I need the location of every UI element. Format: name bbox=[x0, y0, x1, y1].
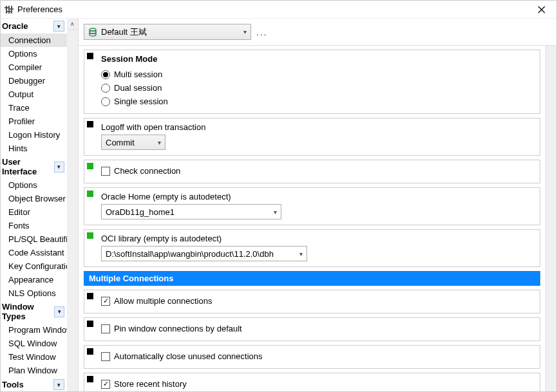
nav-category-label: Window Types bbox=[2, 302, 54, 321]
auto-close-group: Automatically close unused connections bbox=[84, 345, 540, 369]
collapse-button[interactable]: ▾ bbox=[53, 21, 64, 32]
nav-item-nls-options[interactable]: NLS Options bbox=[1, 286, 67, 300]
oci-library-combo[interactable]: D:\softInstall\app\wangbin\product\11.2.… bbox=[101, 246, 307, 261]
nav-category-label: Oracle bbox=[2, 21, 28, 31]
nav-item-test-window[interactable]: Test Window bbox=[1, 350, 67, 364]
svg-rect-4 bbox=[7, 11, 11, 12]
svg-rect-3 bbox=[5, 7, 8, 8]
check-connection-checkbox[interactable] bbox=[101, 167, 110, 176]
nav-category-window-types[interactable]: Window Types▾ bbox=[1, 300, 67, 323]
svg-rect-5 bbox=[10, 8, 14, 10]
group-marker bbox=[87, 321, 93, 327]
nav-item-editor[interactable]: Editor bbox=[1, 205, 67, 219]
group-marker bbox=[87, 121, 93, 127]
group-marker bbox=[87, 53, 93, 59]
chevron-down-icon: ▾ bbox=[158, 139, 161, 146]
nav-item-appearance[interactable]: Appearance bbox=[1, 273, 67, 286]
group-marker bbox=[87, 348, 93, 355]
nav-item-fonts[interactable]: Fonts bbox=[1, 219, 67, 232]
allow-multiple-checkbox[interactable] bbox=[101, 297, 110, 306]
session-mode-option-label: Dual session bbox=[114, 83, 162, 93]
more-button[interactable]: ... bbox=[256, 27, 268, 37]
collapse-button[interactable]: ▾ bbox=[53, 379, 64, 390]
session-mode-group: Session Mode Multi sessionDual sessionSi… bbox=[84, 50, 540, 114]
oracle-home-value: OraDb11g_home1 bbox=[106, 207, 175, 217]
nav-category-oracle[interactable]: Oracle▾ bbox=[1, 19, 67, 33]
preference-set-label: Default 王斌 bbox=[101, 26, 147, 38]
nav-item-profiler[interactable]: Profiler bbox=[1, 115, 67, 128]
svg-rect-0 bbox=[6, 6, 7, 14]
oci-library-value: D:\softInstall\app\wangbin\product\11.2.… bbox=[106, 249, 274, 259]
session-mode-option-label: Multi session bbox=[114, 70, 162, 79]
collapse-button[interactable]: ▾ bbox=[54, 162, 64, 173]
nav-scrollbar[interactable]: ∧ bbox=[67, 19, 78, 391]
oracle-home-label: Oracle Home (empty is autodetect) bbox=[101, 192, 534, 201]
nav-category-label: Tools bbox=[2, 380, 24, 389]
nav-item-object-browser[interactable]: Object Browser bbox=[1, 192, 67, 205]
nav-item-connection[interactable]: Connection bbox=[1, 33, 67, 47]
pin-window-label: Pin window connections by default bbox=[114, 324, 242, 333]
nav-item-output[interactable]: Output bbox=[1, 88, 67, 101]
nav-item-plan-window[interactable]: Plan Window bbox=[1, 364, 67, 377]
allow-multiple-label: Allow multiple connections bbox=[114, 296, 212, 306]
database-icon bbox=[88, 28, 97, 37]
oracle-home-combo[interactable]: OraDb11g_home1 ▾ bbox=[101, 204, 281, 219]
nav-item-options[interactable]: Options bbox=[1, 47, 67, 61]
session-mode-radio-dual-session[interactable] bbox=[101, 84, 110, 93]
group-marker bbox=[87, 376, 93, 382]
logoff-value: Commit bbox=[106, 138, 135, 147]
nav-item-sql-window[interactable]: SQL Window bbox=[1, 337, 67, 350]
oci-library-label: OCI library (empty is autodetect) bbox=[101, 234, 534, 243]
scroll-up-button[interactable]: ∧ bbox=[67, 19, 78, 30]
multiple-connections-header: Multiple Connections bbox=[84, 271, 540, 286]
session-mode-radio-multi-session[interactable] bbox=[101, 70, 110, 79]
pref-toolbar: Default 王斌 ▾ ... bbox=[79, 19, 556, 46]
content-area: Session Mode Multi sessionDual sessionSi… bbox=[79, 46, 545, 392]
logoff-label: Logoff with open transaction bbox=[101, 122, 534, 132]
session-mode-option-label: Single session bbox=[114, 97, 168, 106]
store-history-group: Store recent history Store with password bbox=[84, 373, 540, 392]
group-marker bbox=[87, 191, 93, 197]
group-marker bbox=[87, 163, 93, 169]
nav-item-hints[interactable]: Hints bbox=[1, 142, 67, 155]
auto-close-label: Automatically close unused connections bbox=[114, 351, 263, 361]
store-recent-checkbox[interactable] bbox=[101, 380, 110, 389]
session-mode-title: Session Mode bbox=[101, 54, 534, 64]
nav-item-key-configuration[interactable]: Key Configuration bbox=[1, 259, 67, 273]
window-title: Preferences bbox=[17, 5, 62, 14]
nav-item-compiler[interactable]: Compiler bbox=[1, 61, 67, 74]
logoff-combo[interactable]: Commit ▾ bbox=[101, 135, 165, 150]
chevron-down-icon: ▾ bbox=[274, 209, 277, 216]
nav-item-code-assistant[interactable]: Code Assistant bbox=[1, 246, 67, 259]
content-scrollbar[interactable] bbox=[545, 46, 556, 391]
collapse-button[interactable]: ▾ bbox=[54, 306, 64, 317]
nav-item-debugger[interactable]: Debugger bbox=[1, 74, 67, 88]
oracle-home-group: Oracle Home (empty is autodetect) OraDb1… bbox=[84, 187, 540, 225]
preferences-icon bbox=[5, 5, 14, 14]
nav-panel: Oracle▾ConnectionOptionsCompilerDebugger… bbox=[1, 19, 79, 391]
close-button[interactable] bbox=[531, 1, 552, 18]
auto-close-checkbox[interactable] bbox=[101, 352, 110, 361]
check-connection-label: Check connection bbox=[114, 166, 180, 176]
svg-rect-1 bbox=[8, 6, 10, 14]
session-mode-radio-single-session[interactable] bbox=[101, 97, 110, 106]
nav-category-tools[interactable]: Tools▾ bbox=[1, 377, 67, 391]
titlebar: Preferences bbox=[1, 1, 556, 19]
chevron-down-icon: ▾ bbox=[243, 28, 247, 35]
check-connection-group: Check connection bbox=[84, 160, 540, 183]
chevron-down-icon: ▾ bbox=[299, 250, 303, 257]
nav-item-logon-history[interactable]: Logon History bbox=[1, 128, 67, 142]
logoff-group: Logoff with open transaction Commit ▾ bbox=[84, 118, 540, 156]
nav-category-user-interface[interactable]: User Interface▾ bbox=[1, 155, 67, 178]
nav-category-label: User Interface bbox=[2, 157, 54, 176]
group-marker bbox=[87, 232, 93, 239]
store-recent-label: Store recent history bbox=[114, 379, 187, 389]
preference-set-dropdown[interactable]: Default 王斌 ▾ bbox=[84, 24, 251, 40]
nav-item-trace[interactable]: Trace bbox=[1, 101, 67, 115]
pin-window-checkbox[interactable] bbox=[101, 324, 110, 333]
svg-point-10 bbox=[90, 31, 96, 33]
nav-item-pl-sql-beautifier[interactable]: PL/SQL Beautifier bbox=[1, 232, 67, 246]
nav-item-options[interactable]: Options bbox=[1, 178, 67, 192]
nav-item-program-window[interactable]: Program Window bbox=[1, 323, 67, 337]
oci-library-group: OCI library (empty is autodetect) D:\sof… bbox=[84, 229, 540, 267]
